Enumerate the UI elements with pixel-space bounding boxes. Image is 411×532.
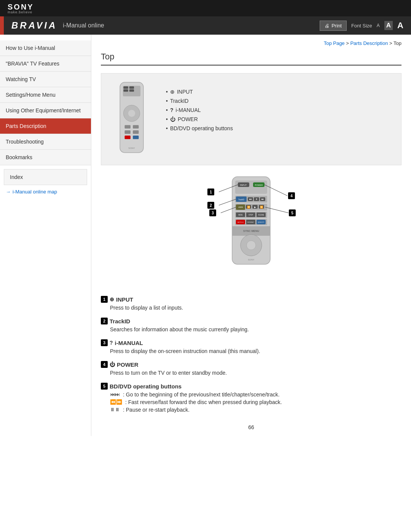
section-4-desc: Press to turn on the TV or to enter stan… [110,370,401,376]
svg-rect-2 [123,86,128,89]
sidebar-item-parts-description[interactable]: Parts Description [0,118,91,134]
svg-text:⏸: ⏸ [255,198,258,200]
sidebar-item-watching-tv[interactable]: Watching TV [0,72,91,87]
sidebar-index[interactable]: Index [4,169,87,185]
sidebar-item-how-to-use[interactable]: How to Use i-Manual [0,40,91,56]
svg-rect-5 [129,89,134,92]
font-medium-button[interactable]: A [384,21,393,30]
section-5-badge: 5 [101,383,108,390]
svg-text:▶: ▶ [254,206,256,208]
sony-tagline: make.believe [8,11,403,14]
section-power: 4 ⏻ POWER Press to turn on the TV or to … [101,361,401,376]
svg-text:QRIOCITY: QRIOCITY [258,222,265,223]
section-trackid: 2 TrackID Searches for information about… [101,318,401,332]
svg-text:⏮: ⏮ [249,198,252,200]
svg-text:SYNC MENU: SYNC MENU [243,230,259,232]
svg-text:WIDE: WIDE [238,214,243,216]
svg-rect-12 [125,136,131,139]
section-2-badge: 2 [101,318,108,324]
section-5-title: BD/DVD operating buttons [110,383,182,390]
breadcrumb-top-page[interactable]: Top Page [324,40,345,46]
imanual-label: i-Manual online [63,22,104,29]
svg-rect-13 [133,136,139,139]
section-1-icon: ⊕ [110,296,114,302]
imanual-map-link[interactable]: → i-Manual online map [0,185,91,198]
svg-text:POWER: POWER [255,184,263,186]
overview-list: • ⊕ INPUT • TrackID • ? i-MANUAL • ⏻ POW… [166,85,233,138]
sidebar-item-settings[interactable]: Settings/Home Menu [0,87,91,103]
sidebar-item-bookmarks[interactable]: Bookmarks [0,150,91,165]
bravia-brand: BRAVIA [11,20,57,31]
prev-next-desc: : Go to the beginning of the previous/ne… [123,391,280,398]
svg-text:5: 5 [291,211,293,215]
svg-text:2: 2 [210,203,212,208]
svg-text:NETFLIX: NETFLIX [237,221,244,223]
svg-text:SONY: SONY [128,147,135,149]
sidebar-item-bravia-features[interactable]: "BRAVIA" TV Features [0,56,91,72]
svg-point-57 [247,241,256,250]
section-5-bullets: ⏮⏭ : Go to the beginning of the previous… [110,391,401,413]
svg-text:3: 3 [212,211,214,215]
svg-text:TrackID: TrackID [238,199,244,201]
section-3-icon: ? [110,340,113,346]
svg-rect-11 [133,130,139,134]
section-1-badge: 1 [101,296,108,303]
svg-text:1: 1 [210,190,212,194]
section-imanual: 3 ? i-MANUAL Press to display the on-scr… [101,339,401,354]
svg-rect-3 [129,86,134,89]
remote-overview-image: SONY [109,81,155,157]
svg-text:STOP: STOP [249,214,253,216]
svg-text:i-MAN: i-MAN [238,206,243,208]
section-4-badge: 4 [101,361,108,368]
section-3-desc: Press to display the on-screen instructi… [110,348,401,354]
section-bddvd: 5 BD/DVD operating buttons ⏮⏭ : Go to th… [101,383,401,413]
print-icon: 🖨 [325,23,330,29]
svg-text:⏪: ⏪ [247,205,250,209]
svg-point-7 [128,110,135,117]
print-button[interactable]: 🖨 Print [320,21,347,31]
breadcrumb-current: Top [393,40,401,46]
section-1-title: INPUT [116,296,133,303]
fast-rev-fwd-icon: ⏪⏩ [110,399,122,405]
svg-text:INTERNET: INTERNET [247,222,254,223]
svg-text:INPUT: INPUT [241,184,247,186]
fast-rev-fwd-desc: : Fast reverse/fast forward the disc whe… [125,399,282,405]
svg-text:⏭: ⏭ [261,198,264,200]
svg-text:⊕: ⊕ [240,184,241,186]
sony-logo: SONY make.believe [8,3,403,14]
arrow-icon: → [6,189,11,195]
pause-desc: : Pause or re-start playback. [123,407,190,413]
section-input: 1 ⊕ INPUT Press to display a list of inp… [101,296,401,311]
svg-text:SCENE: SCENE [258,214,264,216]
svg-rect-4 [123,89,128,92]
svg-text:⏩: ⏩ [260,205,263,209]
section-2-title: TrackID [110,318,130,324]
section-1-desc: Press to display a list of inputs. [110,305,401,311]
remote-detail-section: INPUT ⊕ POWER TrackID ⏮ ⏸ ⏭ [101,175,401,286]
section-2-desc: Searches for information about the music… [110,326,401,332]
breadcrumb: Top Page > Parts Description > Top [101,40,401,46]
svg-text:4: 4 [290,194,293,198]
breadcrumb-parts-description[interactable]: Parts Description [350,40,388,46]
font-small-button[interactable]: A [377,23,380,28]
svg-rect-9 [133,125,139,128]
sidebar-item-troubleshooting[interactable]: Troubleshooting [0,134,91,150]
prev-next-icon: ⏮⏭ [110,391,120,397]
section-3-badge: 3 [101,339,108,346]
page-title: Top [101,52,401,66]
font-size-label: Font Size [351,23,372,29]
pause-icon: ⏸⏸ [110,407,120,412]
svg-rect-8 [125,125,131,128]
font-large-button[interactable]: A [397,21,403,30]
svg-rect-10 [125,130,131,134]
section-3-title: i-MANUAL [115,340,143,346]
page-number: 66 [101,424,401,430]
svg-text:SONY: SONY [248,259,254,261]
sidebar-item-equipment[interactable]: Using Other Equipment/Internet [0,103,91,118]
section-4-title: POWER [117,361,139,368]
section-4-icon: ⏻ [110,361,115,367]
